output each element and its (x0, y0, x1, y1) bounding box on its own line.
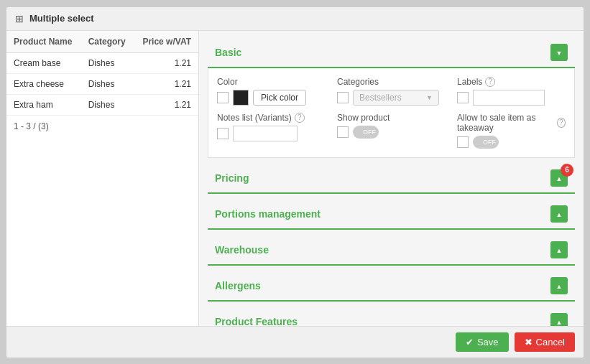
section-portions-management: Portions management (208, 200, 575, 230)
labels-help-icon[interactable]: ? (485, 77, 495, 87)
basic-section-header[interactable]: Basic (208, 38, 575, 68)
color-label: Color (217, 77, 326, 87)
cell-price: 1.21 (134, 94, 198, 115)
section-toggle-4[interactable] (550, 313, 568, 326)
toggle-wrapper-2 (550, 241, 568, 258)
cell-price: 1.21 (134, 52, 198, 73)
toggle-wrapper-3 (550, 277, 568, 294)
cancel-button[interactable]: ✖ Cancel (515, 332, 575, 352)
notes-label-text: Notes list (Variants) ? (217, 113, 326, 123)
pricing-badge: 6 (561, 164, 573, 177)
basic-chevron-icon (556, 47, 563, 57)
categories-field-group: Categories Bestsellers ▼ (337, 77, 446, 106)
basic-toggle-btn[interactable] (550, 44, 568, 61)
labels-field-group: Labels ? (457, 77, 566, 106)
window-title: Multiple select (29, 13, 94, 24)
labels-input[interactable] (473, 90, 545, 106)
section-title-2: Warehouse (215, 244, 269, 256)
labels-checkbox[interactable] (457, 92, 469, 103)
cell-product-name: Cream base (6, 52, 81, 73)
footer: ✔ Save ✖ Cancel (6, 326, 584, 358)
toggle-wrapper-4 (550, 313, 568, 326)
fields-row-2: Notes list (Variants) ? Show produc (217, 113, 566, 149)
content-area: Product Name Category Price w/VAT Cream … (6, 31, 584, 326)
allow-sale-checkbox[interactable] (457, 136, 469, 148)
cell-product-name: Extra ham (6, 94, 81, 115)
notes-row (217, 126, 326, 141)
section-header-4[interactable]: Product Features (208, 307, 575, 326)
save-label: Save (477, 337, 499, 347)
cell-category: Dishes (81, 94, 134, 115)
categories-row: Bestsellers ▼ (337, 90, 446, 106)
title-bar: ⊞ Multiple select (6, 7, 584, 31)
show-product-row: OFF (337, 126, 446, 139)
section-title-3: Allergens (215, 280, 261, 291)
color-checkbox[interactable] (217, 92, 229, 103)
notes-help-icon[interactable]: ? (295, 113, 305, 123)
show-product-toggle[interactable]: OFF (353, 126, 379, 139)
cancel-icon: ✖ (525, 337, 533, 347)
allow-sale-row: OFF (457, 136, 566, 149)
cell-price: 1.21 (134, 73, 198, 94)
chevron-up-icon-1 (556, 209, 563, 219)
section-allergens: Allergens (208, 271, 575, 302)
color-swatch[interactable] (233, 90, 249, 106)
product-table: Product Name Category Price w/VAT Cream … (6, 31, 198, 116)
show-product-label: Show product (337, 113, 446, 123)
basic-section: Basic Color (208, 38, 575, 158)
save-icon: ✔ (466, 337, 474, 347)
section-pricing: Pricing 6 (208, 164, 575, 194)
pick-color-button[interactable]: Pick color (253, 90, 306, 106)
col-header-name: Product Name (6, 31, 81, 53)
categories-arrow-icon: ▼ (426, 94, 433, 101)
section-warehouse: Warehouse (208, 235, 575, 266)
cancel-label: Cancel (536, 337, 565, 347)
allow-sale-field-group: Allow to sale item as takeaway ? OFF (457, 113, 566, 149)
table-row[interactable]: Extra cheese Dishes 1.21 (6, 73, 198, 94)
section-header-0[interactable]: Pricing 6 (208, 164, 575, 194)
section-toggle-3[interactable] (550, 277, 568, 294)
labels-row (457, 90, 566, 106)
chevron-up-icon-4 (556, 317, 563, 326)
show-product-checkbox[interactable] (337, 126, 349, 138)
section-header-1[interactable]: Portions management (208, 200, 575, 230)
categories-select[interactable]: Bestsellers ▼ (353, 90, 439, 106)
section-title-4: Product Features (215, 316, 298, 326)
color-field-group: Color Pick color (217, 77, 326, 106)
notes-checkbox[interactable] (217, 128, 229, 139)
right-panel[interactable]: Basic Color (199, 31, 584, 326)
section-toggle-1[interactable] (550, 205, 568, 223)
categories-checkbox[interactable] (337, 92, 349, 103)
categories-placeholder: Bestsellers (359, 93, 402, 103)
section-toggle-2[interactable] (550, 241, 568, 258)
categories-label: Categories (337, 77, 446, 87)
cell-category: Dishes (81, 52, 134, 73)
section-title-0: Pricing (215, 172, 249, 184)
chevron-up-icon-2 (556, 245, 563, 255)
left-panel: Product Name Category Price w/VAT Cream … (6, 31, 199, 326)
fields-row-1: Color Pick color Categories (217, 77, 566, 106)
basic-section-content: Color Pick color Categories (208, 68, 575, 158)
cell-product-name: Extra cheese (6, 73, 81, 94)
cell-category: Dishes (81, 73, 134, 94)
allow-sale-label: Allow to sale item as takeaway ? (457, 113, 566, 133)
basic-section-title: Basic (215, 47, 241, 58)
notes-input[interactable] (233, 126, 298, 141)
allow-sale-toggle[interactable]: OFF (473, 136, 499, 149)
pagination: 1 - 3 / (3) (6, 116, 198, 137)
color-row: Pick color (217, 90, 326, 106)
toggle-wrapper-1 (550, 205, 568, 223)
table-row[interactable]: Extra ham Dishes 1.21 (6, 94, 198, 115)
show-product-field-group: Show product OFF (337, 113, 446, 139)
table-row[interactable]: Cream base Dishes 1.21 (6, 52, 198, 73)
col-header-category: Category (81, 31, 134, 53)
toggle-wrapper-0: 6 (550, 169, 568, 187)
section-header-3[interactable]: Allergens (208, 271, 575, 302)
section-product-features: Product Features (208, 307, 575, 326)
main-window: ⊞ Multiple select Product Name Category … (6, 6, 584, 358)
col-header-price: Price w/VAT (134, 31, 198, 53)
window-icon: ⊞ (15, 13, 24, 24)
allow-sale-help-icon[interactable]: ? (557, 118, 566, 128)
save-button[interactable]: ✔ Save (456, 332, 509, 352)
section-header-2[interactable]: Warehouse (208, 235, 575, 266)
